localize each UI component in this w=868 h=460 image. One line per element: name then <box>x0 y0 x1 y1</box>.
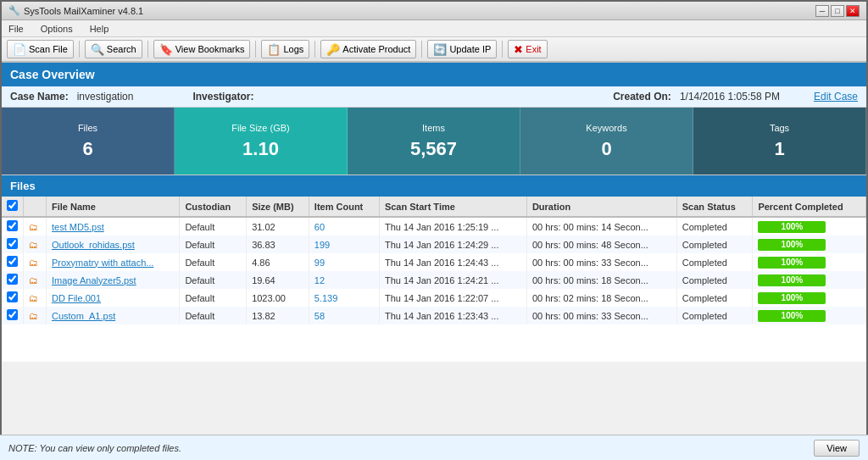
progress-bar-wrap: 100% <box>758 274 826 286</box>
row-checkbox-1[interactable] <box>7 238 18 249</box>
bookmarks-icon: 🔖 <box>159 43 173 56</box>
row-filename[interactable]: Image Analyzer5.pst <box>47 271 180 289</box>
row-checkbox-cell[interactable] <box>2 217 24 236</box>
created-label: Created On: <box>613 91 671 103</box>
file-link[interactable]: Custom_A1.pst <box>52 311 115 321</box>
row-scanstart: Thu 14 Jan 2016 1:24:21 ... <box>379 271 526 289</box>
row-custodian: Default <box>180 289 247 307</box>
menu-help[interactable]: Help <box>86 22 113 36</box>
table-header: File Name Custodian Size (MB) Item Count… <box>2 197 866 217</box>
activate-icon: 🔑 <box>326 43 340 56</box>
row-size: 13.82 <box>247 307 309 324</box>
stat-items: Items 5,567 <box>348 108 520 175</box>
progress-bar: 100% <box>758 221 826 233</box>
file-link[interactable]: test MD5.pst <box>52 222 104 232</box>
edit-case-link[interactable]: Edit Case <box>814 91 858 103</box>
row-checkbox-4[interactable] <box>7 291 18 302</box>
stat-files-value: 6 <box>82 138 92 160</box>
row-duration: 00 hrs: 02 mins: 18 Secon... <box>526 289 676 307</box>
file-type-icon: 🗂 <box>29 240 38 250</box>
row-checkbox-0[interactable] <box>7 220 18 231</box>
row-filename[interactable]: Custom_A1.pst <box>47 307 180 324</box>
row-duration: 00 hrs: 00 mins: 33 Secon... <box>526 307 676 324</box>
view-bookmarks-button[interactable]: 🔖 View Bookmarks <box>153 40 251 58</box>
stat-filesize-value: 1.10 <box>242 138 279 160</box>
row-itemcount: 12 <box>309 271 379 289</box>
stat-keywords-value: 0 <box>601 138 611 160</box>
col-itemcount: Item Count <box>309 197 379 217</box>
maximize-button[interactable]: □ <box>831 5 844 17</box>
minimize-button[interactable]: ─ <box>815 5 829 17</box>
row-scanstart: Thu 14 Jan 2016 1:22:07 ... <box>379 289 526 307</box>
row-percent: 100% <box>753 236 866 253</box>
toolbar-sep-2 <box>147 41 148 58</box>
row-filename[interactable]: Proxymatry with attach... <box>47 253 180 271</box>
progress-bar-wrap: 100% <box>758 292 826 304</box>
stat-filesize-label: File Size (GB) <box>231 123 289 133</box>
search-icon: 🔍 <box>91 43 104 56</box>
progress-bar-wrap: 100% <box>758 310 826 322</box>
file-link[interactable]: Image Analyzer5.pst <box>52 275 136 285</box>
row-checkbox-cell[interactable] <box>2 307 24 324</box>
scan-file-button[interactable]: 📄 Scan File <box>7 40 74 58</box>
row-filename[interactable]: Outlook_rohidas.pst <box>47 236 180 253</box>
file-type-icon: 🗂 <box>29 293 38 303</box>
stat-items-value: 5,567 <box>410 138 457 160</box>
row-custodian: Default <box>180 217 247 236</box>
view-button[interactable]: View <box>814 440 860 457</box>
file-link[interactable]: Proxymatry with attach... <box>52 258 153 268</box>
close-button[interactable]: ✕ <box>846 5 860 17</box>
bottom-bar: NOTE: You can view only completed files.… <box>0 435 868 460</box>
row-size: 4.86 <box>247 253 309 271</box>
row-icon-cell: 🗂 <box>24 253 47 271</box>
activate-product-button[interactable]: 🔑 Activate Product <box>320 40 416 58</box>
select-all-checkbox[interactable] <box>7 200 18 211</box>
case-info-bar: Case Name: investigation Investigator: C… <box>2 86 866 108</box>
row-itemcount: 199 <box>309 236 379 253</box>
row-checkbox-cell[interactable] <box>2 271 24 289</box>
menu-options[interactable]: Options <box>37 22 76 36</box>
row-duration: 00 hrs: 00 mins: 33 Secon... <box>526 253 676 271</box>
row-percent: 100% <box>753 217 866 236</box>
row-scanstart: Thu 14 Jan 2016 1:24:43 ... <box>379 253 526 271</box>
exit-button[interactable]: ✖ Exit <box>508 40 547 58</box>
col-percent: Percent Completed <box>753 197 866 217</box>
row-scanstatus: Completed <box>676 217 753 236</box>
row-custodian: Default <box>180 307 247 324</box>
row-custodian: Default <box>180 236 247 253</box>
title-bar-controls: ─ □ ✕ <box>815 5 860 17</box>
row-custodian: Default <box>180 271 247 289</box>
file-type-icon: 🗂 <box>29 258 38 268</box>
row-checkbox-cell[interactable] <box>2 289 24 307</box>
row-size: 1023.00 <box>247 289 309 307</box>
logs-icon: 📋 <box>267 43 281 56</box>
case-overview-header: Case Overview <box>2 63 866 86</box>
update-ip-button[interactable]: 🔄 Update IP <box>427 40 497 58</box>
progress-bar-wrap: 100% <box>758 257 826 269</box>
stat-files-label: Files <box>78 123 97 133</box>
row-filename[interactable]: test MD5.pst <box>47 217 180 236</box>
col-filename: File Name <box>47 197 180 217</box>
row-checkbox-cell[interactable] <box>2 236 24 253</box>
row-itemcount: 60 <box>309 217 379 236</box>
files-table-wrap[interactable]: File Name Custodian Size (MB) Item Count… <box>2 197 866 362</box>
case-name-value: investigation <box>77 91 134 103</box>
search-button[interactable]: 🔍 Search <box>85 40 142 58</box>
file-link[interactable]: DD File.001 <box>52 293 101 303</box>
row-checkbox-3[interactable] <box>7 274 18 285</box>
logs-button[interactable]: 📋 Logs <box>261 40 309 58</box>
row-checkbox-cell[interactable] <box>2 253 24 271</box>
row-filename[interactable]: DD File.001 <box>47 289 180 307</box>
table-row: 🗂 test MD5.pst Default 31.02 60 Thu 14 J… <box>2 217 866 236</box>
file-link[interactable]: Outlook_rohidas.pst <box>52 240 135 250</box>
menu-file[interactable]: File <box>5 22 27 36</box>
row-custodian: Default <box>180 253 247 271</box>
update-icon: 🔄 <box>433 43 447 56</box>
col-icon <box>24 197 47 217</box>
file-type-icon: 🗂 <box>29 222 38 232</box>
row-checkbox-5[interactable] <box>7 309 18 320</box>
row-scanstart: Thu 14 Jan 2016 1:23:43 ... <box>379 307 526 324</box>
col-checkbox <box>2 197 24 217</box>
progress-bar: 100% <box>758 257 826 269</box>
row-checkbox-2[interactable] <box>7 256 18 267</box>
